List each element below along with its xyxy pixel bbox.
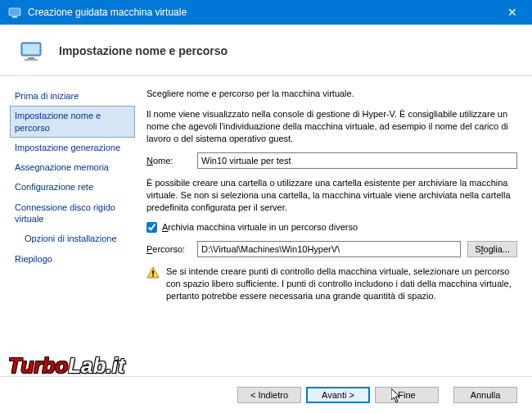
sidebar-item-name-path[interactable]: Impostazione nome e percorso [10,106,135,138]
browse-button[interactable]: Sfoglia... [467,241,517,257]
warning-text: Se si intende creare punti di controllo … [166,266,517,302]
svg-rect-3 [23,44,39,54]
wizard-footer: < Indietro Avanti > Fine Annulla [0,376,532,413]
wizard-content: Scegliere nome e percorso per la macchin… [135,76,532,379]
store-checkbox-row: Archivia macchina virtuale in un percors… [147,222,517,233]
warning-box: Se si intende creare punti di controllo … [147,266,517,302]
svg-rect-6 [152,270,154,275]
wizard-body: Prima di iniziare Impostazione nome e pe… [0,76,532,379]
vm-icon [8,6,21,19]
name-label: Nome: [147,156,191,166]
next-button[interactable]: Avanti > [306,387,370,403]
store-checkbox[interactable] [147,222,157,233]
svg-rect-5 [25,59,38,61]
finish-button[interactable]: Fine [375,387,439,403]
sidebar-item-disk[interactable]: Connessione disco rigido virtuale [10,197,135,229]
warning-icon [147,266,160,279]
page-title: Impostazione nome e percorso [59,44,228,57]
intro-text: Scegliere nome e percorso per la macchin… [147,88,517,100]
titlebar-left: Creazione guidata macchina virtuale [8,6,187,19]
close-button[interactable]: ✕ [501,6,524,19]
desc-text-2: È possibile creare una cartella o utiliz… [147,177,517,214]
path-row: Percorso: Sfoglia... [147,241,517,257]
wizard-sidebar: Prima di iniziare Impostazione nome e pe… [0,76,135,379]
wizard-icon [20,38,46,64]
titlebar: Creazione guidata macchina virtuale ✕ [0,0,532,25]
wizard-header: Impostazione nome e percorso [0,25,532,76]
store-checkbox-label[interactable]: Archivia macchina virtuale in un percors… [162,222,358,232]
back-button[interactable]: < Indietro [237,387,301,403]
svg-rect-1 [12,16,17,18]
sidebar-item-install-options[interactable]: Opzioni di installazione [10,229,135,248]
sidebar-item-generation[interactable]: Impostazione generazione [10,138,135,157]
sidebar-item-summary[interactable]: Riepilogo [10,249,135,269]
sidebar-item-memory[interactable]: Assegnazione memoria [10,157,135,177]
name-row: Nome: [147,152,517,169]
name-input[interactable] [197,152,517,169]
path-input[interactable] [197,241,461,257]
svg-rect-0 [9,8,20,16]
sidebar-item-before-begin[interactable]: Prima di iniziare [10,86,135,106]
window-title: Creazione guidata macchina virtuale [28,7,187,18]
svg-rect-4 [28,57,34,59]
desc-text-1: Il nome viene visualizzato nella console… [147,108,517,145]
path-label: Percorso: [147,244,191,254]
sidebar-item-network[interactable]: Configurazione rete [10,177,135,197]
cancel-button[interactable]: Annulla [453,387,517,403]
svg-rect-7 [152,275,154,277]
